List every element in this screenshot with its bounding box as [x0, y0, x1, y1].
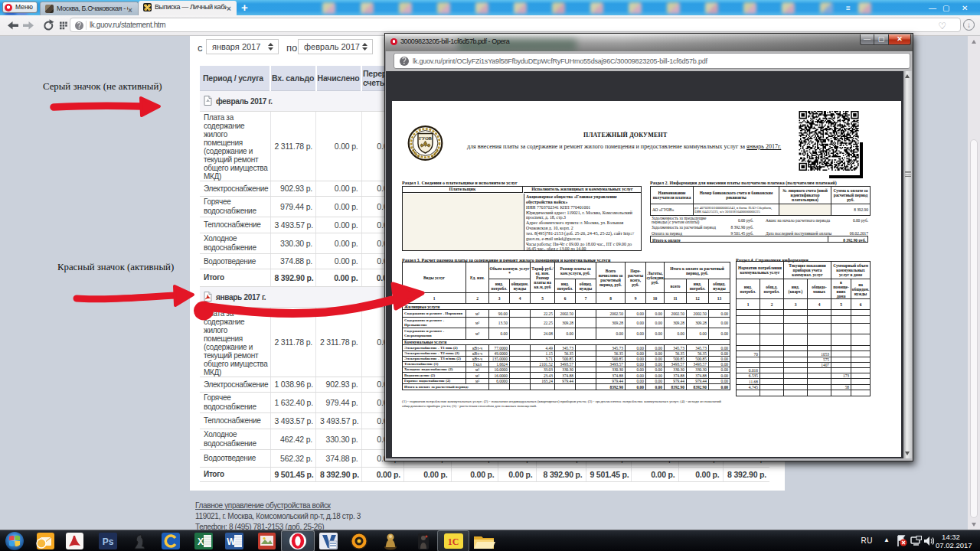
svg-text:ГУОВ: ГУОВ	[419, 136, 432, 141]
svg-text:Ps: Ps	[103, 536, 114, 547]
svg-text:1С: 1С	[448, 536, 459, 547]
svg-text:X: X	[198, 536, 204, 547]
svg-text:W: W	[227, 536, 236, 547]
